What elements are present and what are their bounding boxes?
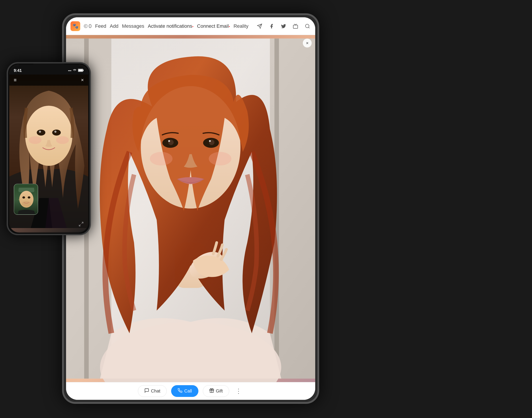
nav-feed[interactable]: Feed bbox=[95, 23, 106, 29]
svg-point-41 bbox=[28, 196, 30, 198]
more-button[interactable]: ⋮ bbox=[234, 386, 244, 396]
youtube-icon[interactable] bbox=[291, 22, 299, 30]
phone-time: 9:41 bbox=[14, 68, 22, 73]
more-icon: ⋮ bbox=[235, 387, 242, 395]
search-icon[interactable] bbox=[303, 22, 311, 30]
app-logo[interactable]: 🐾 bbox=[70, 21, 80, 31]
svg-rect-2 bbox=[293, 25, 298, 28]
chat-label: Chat bbox=[151, 388, 160, 394]
svg-point-40 bbox=[22, 196, 25, 198]
nav-zero[interactable]: © 0 bbox=[84, 23, 91, 29]
svg-point-32 bbox=[56, 136, 69, 144]
connect-email-label: Connect Email bbox=[197, 23, 229, 29]
svg-point-18 bbox=[168, 140, 170, 142]
nav-connect-email[interactable]: Connect Email• bbox=[197, 23, 230, 29]
nav-icons-right: T bbox=[255, 21, 315, 31]
browser-nav-bar: 🐾 © 0 Feed Add Messages Activate notific… bbox=[66, 17, 315, 35]
phone-status-icons: ▪▪▪ bbox=[68, 69, 84, 72]
svg-rect-35 bbox=[78, 69, 83, 71]
battery-icon bbox=[78, 69, 84, 72]
svg-point-30 bbox=[54, 131, 56, 133]
gift-label: Gift bbox=[216, 388, 223, 394]
phone-status-bar: 9:41 ▪▪▪ bbox=[9, 65, 88, 75]
tablet-device: 🐾 © 0 Feed Add Messages Activate notific… bbox=[62, 13, 319, 404]
action-bar: Chat Call bbox=[66, 382, 315, 400]
svg-line-45 bbox=[79, 224, 81, 226]
chat-button[interactable]: Chat bbox=[138, 385, 167, 397]
call-icon bbox=[177, 388, 182, 394]
content-area: × Chat bbox=[66, 35, 315, 400]
call-button[interactable]: Call bbox=[171, 385, 198, 397]
svg-point-3 bbox=[305, 24, 309, 28]
svg-point-27 bbox=[37, 129, 45, 136]
notification-dot: • bbox=[192, 25, 194, 28]
phone-device: 9:41 ▪▪▪ bbox=[7, 62, 91, 235]
zero-label: 0 bbox=[89, 23, 91, 29]
phone-expand-icon[interactable] bbox=[78, 221, 84, 228]
chat-icon bbox=[144, 388, 149, 394]
phone-header: ≡ × bbox=[9, 75, 88, 86]
svg-point-20 bbox=[150, 152, 172, 165]
svg-point-43 bbox=[19, 199, 20, 200]
twitter-icon[interactable] bbox=[279, 22, 288, 30]
call-label: Call bbox=[184, 388, 192, 394]
svg-point-21 bbox=[209, 152, 232, 165]
signal-icon: ▪▪▪ bbox=[68, 69, 71, 72]
nav-activate-notifications[interactable]: Activate notifications• bbox=[148, 23, 194, 29]
phone-screen: 9:41 ▪▪▪ bbox=[9, 65, 88, 232]
svg-point-31 bbox=[29, 136, 42, 144]
close-icon: × bbox=[306, 41, 309, 46]
svg-line-44 bbox=[82, 222, 83, 224]
send-icon[interactable] bbox=[255, 22, 264, 30]
pip-portrait bbox=[14, 184, 38, 215]
facebook-icon[interactable] bbox=[267, 22, 276, 30]
svg-point-42 bbox=[22, 201, 31, 206]
svg-point-19 bbox=[209, 140, 211, 142]
tablet-screen: 🐾 © 0 Feed Add Messages Activate notific… bbox=[66, 17, 315, 400]
phone-menu-icon[interactable]: ≡ bbox=[14, 77, 17, 83]
phone-pip-video bbox=[14, 184, 38, 215]
profile-photo-area: × bbox=[66, 35, 315, 382]
gift-button[interactable]: Gift bbox=[203, 385, 229, 397]
svg-point-26 bbox=[25, 106, 72, 166]
activate-notifications-label: Activate notifications bbox=[148, 23, 192, 29]
wifi-icon bbox=[73, 69, 77, 72]
circle-icon: © bbox=[84, 23, 88, 29]
woman-portrait-svg bbox=[66, 35, 315, 382]
nav-messages[interactable]: Messages bbox=[122, 23, 144, 29]
close-button[interactable]: × bbox=[303, 39, 312, 47]
svg-line-4 bbox=[308, 27, 309, 28]
logo-emoji: 🐾 bbox=[72, 23, 78, 29]
gift-icon bbox=[209, 388, 214, 394]
svg-point-29 bbox=[39, 131, 41, 133]
svg-rect-34 bbox=[83, 70, 84, 71]
svg-point-28 bbox=[52, 129, 61, 136]
email-dot: • bbox=[229, 25, 230, 28]
nav-add[interactable]: Add bbox=[110, 23, 118, 29]
phone-close-icon[interactable]: × bbox=[81, 77, 84, 83]
nav-reality[interactable]: Reality bbox=[233, 23, 248, 29]
